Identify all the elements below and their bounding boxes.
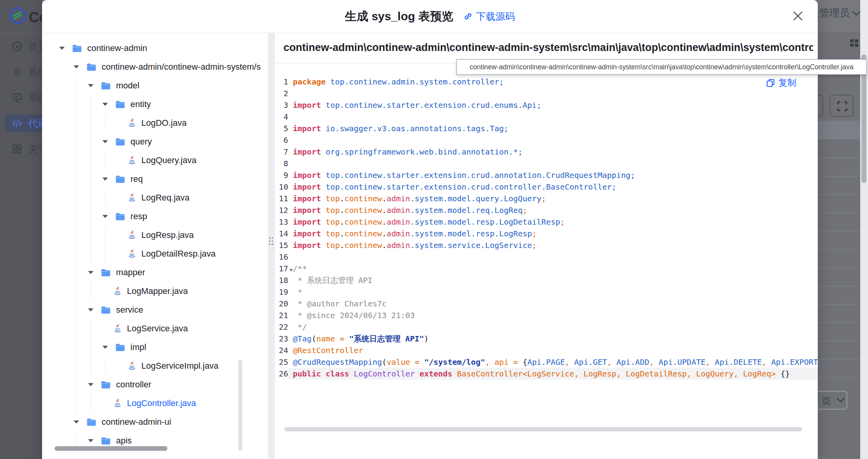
- caret-down-icon[interactable]: [88, 84, 93, 87]
- table-row-divider: [818, 194, 860, 195]
- code-token: [321, 194, 326, 203]
- caret-down-icon[interactable]: [74, 420, 79, 424]
- code-text: @CrudRequestMapping(value = "/system/log…: [293, 356, 818, 368]
- code-line: 9import top.continew.starter.extension.c…: [275, 169, 818, 181]
- code-token: .: [340, 194, 344, 203]
- download-source-link[interactable]: 下载源码: [463, 10, 515, 23]
- copy-button[interactable]: 复制: [766, 77, 796, 89]
- code-token: LogController: [354, 369, 415, 378]
- code-token: [321, 171, 326, 180]
- tree-row[interactable]: impl: [42, 338, 268, 357]
- fold-gutter: [288, 99, 293, 111]
- code-token: [321, 147, 326, 157]
- close-icon[interactable]: [791, 9, 805, 23]
- sidebar-item-apps[interactable]: 关于: [0, 140, 42, 158]
- fold-caret-icon[interactable]: [289, 269, 293, 271]
- code-preview-pane: continew-admin\continew-admin\continew-a…: [275, 33, 818, 459]
- code-token: [415, 369, 419, 378]
- tree-row[interactable]: LogDO.java: [42, 114, 268, 132]
- tree-row[interactable]: LogDetailResp.java: [42, 244, 268, 263]
- caret-down-icon[interactable]: [74, 65, 79, 69]
- code-token: Api.DELETE: [715, 357, 762, 367]
- code-token: import: [293, 182, 321, 192]
- code-text: import io.swagger.v3.oas.annotations.tag…: [293, 123, 818, 134]
- line-number: 8: [275, 159, 288, 168]
- tree-row[interactable]: continew-admin-ui: [42, 413, 268, 431]
- code-token: =: [415, 357, 419, 367]
- code-token: value: [387, 357, 410, 367]
- code-token: [344, 334, 349, 343]
- sidebar-item-code[interactable]: 代码: [5, 114, 42, 132]
- tree-vertical-scrollbar[interactable]: [238, 360, 242, 451]
- sidebar-item-label: 系统: [28, 65, 42, 79]
- caret-down-icon[interactable]: [102, 178, 108, 181]
- sidebar-item-monitor[interactable]: 系统: [0, 89, 42, 107]
- tree-row[interactable]: mapper: [42, 263, 268, 282]
- tree-row[interactable]: LogController.java: [42, 394, 268, 413]
- code-token: import: [293, 171, 321, 180]
- caret-down-icon[interactable]: [102, 346, 108, 349]
- tree-row[interactable]: query: [42, 132, 268, 151]
- sidebar-item-settings[interactable]: 系统: [0, 63, 42, 81]
- table-row-divider: [818, 249, 860, 250]
- code-text: [293, 88, 818, 99]
- caret-down-icon[interactable]: [88, 439, 93, 442]
- fold-gutter: [288, 333, 293, 345]
- page-size-label: 页: [822, 395, 831, 407]
- caret-down-icon[interactable]: [102, 140, 108, 143]
- code-line: 17/**: [275, 263, 818, 274]
- code-line: 7import org.springframework.web.bind.ann…: [275, 146, 818, 158]
- code-token: .system.model.resp.LogResp: [410, 229, 532, 238]
- caret-down-icon[interactable]: [88, 383, 93, 386]
- tree-row[interactable]: LogService.java: [42, 319, 268, 338]
- line-number: 17: [275, 264, 288, 273]
- tree-row[interactable]: resp: [42, 207, 268, 226]
- layout-grid-icon[interactable]: [850, 39, 859, 47]
- code-text: import top.continew.admin.system.model.q…: [293, 193, 818, 204]
- caret-down-icon[interactable]: [88, 271, 93, 274]
- tree-row[interactable]: controller: [42, 375, 268, 394]
- tree-row[interactable]: continew-admin: [42, 39, 268, 58]
- fold-gutter: [288, 181, 293, 193]
- table-row-divider: [818, 267, 860, 268]
- code-token: [335, 334, 340, 343]
- tree-row[interactable]: req: [42, 170, 268, 188]
- fullscreen-button[interactable]: [829, 95, 854, 117]
- caret-down-icon[interactable]: [102, 103, 108, 106]
- code-line: 25@CrudRequestMapping(value = "/system/l…: [275, 356, 818, 368]
- tree-row-label: LogServiceImpl.java: [141, 361, 218, 371]
- code-token: org.springframework.web.bind.annotation.…: [326, 147, 523, 157]
- code-text: /**: [293, 263, 818, 274]
- code-token: [710, 357, 715, 367]
- tree-row[interactable]: LogQuery.java: [42, 151, 268, 170]
- tree-row-label: LogService.java: [127, 324, 188, 334]
- sidebar-item-dashboard[interactable]: 首页: [0, 37, 42, 55]
- tree-row[interactable]: LogServiceImpl.java: [42, 357, 268, 375]
- code-token: public: [293, 369, 321, 378]
- code-horizontal-scrollbar[interactable]: [284, 427, 802, 431]
- pane-resize-divider[interactable]: [268, 33, 275, 459]
- code-token: .: [340, 206, 344, 215]
- copy-label: 复制: [778, 77, 796, 89]
- drag-handle-icon: [269, 237, 274, 247]
- caret-down-icon[interactable]: [59, 47, 65, 50]
- code-editor[interactable]: 1package top.continew.admin.system.contr…: [275, 76, 818, 380]
- code-token: admin: [387, 229, 410, 238]
- caret-down-icon[interactable]: [102, 215, 108, 218]
- code-token: Api.GET: [574, 357, 607, 367]
- code-line: 14import top.continew.admin.system.model…: [275, 228, 818, 239]
- tree-row[interactable]: service: [42, 301, 268, 319]
- fold-gutter: [288, 239, 293, 251]
- tree-row[interactable]: entity: [42, 95, 268, 114]
- code-token: {}: [776, 369, 790, 378]
- caret-down-icon[interactable]: [88, 308, 93, 311]
- code-token: [518, 357, 523, 367]
- tree-row[interactable]: model: [42, 76, 268, 95]
- tree-row[interactable]: LogReq.java: [42, 188, 268, 207]
- folder-icon: [101, 81, 111, 90]
- tree-row[interactable]: continew-admin/continew-admin-system/s: [42, 58, 268, 76]
- code-token: "/system/log": [424, 357, 485, 367]
- tree-horizontal-scrollbar[interactable]: [55, 446, 167, 451]
- tree-row[interactable]: LogMapper.java: [42, 282, 268, 301]
- tree-row[interactable]: LogResp.java: [42, 226, 268, 244]
